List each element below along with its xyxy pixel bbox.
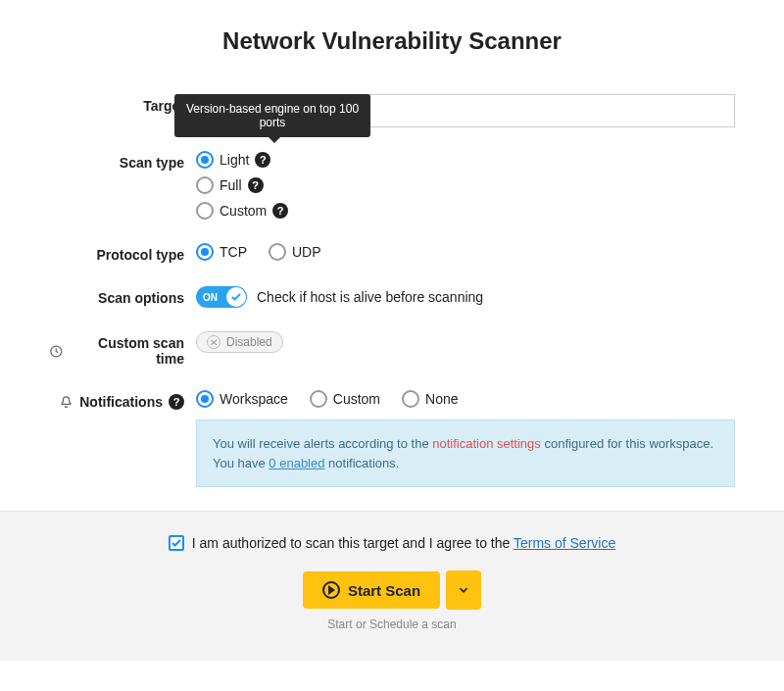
schedule-dropdown-button[interactable] xyxy=(446,570,481,610)
help-icon[interactable]: ? xyxy=(255,152,270,168)
page-title: Network Vulnerability Scanner xyxy=(0,0,784,94)
radio-icon xyxy=(196,151,214,169)
notification-settings-link[interactable]: notification settings xyxy=(432,436,541,451)
bell-icon xyxy=(59,395,74,410)
radio-label: TCP xyxy=(220,244,247,260)
play-icon xyxy=(322,581,340,599)
start-label: Start Scan xyxy=(348,582,420,599)
radio-icon xyxy=(196,176,214,194)
custom-time-disabled-pill: ✕ Disabled xyxy=(196,331,283,353)
clock-icon xyxy=(49,344,64,359)
help-icon[interactable]: ? xyxy=(169,394,184,410)
tos-link[interactable]: Terms of Service xyxy=(514,535,615,551)
radio-label: None xyxy=(425,391,458,407)
info-text: You have xyxy=(213,456,269,470)
alive-toggle[interactable]: ON xyxy=(196,286,247,308)
start-scan-button[interactable]: Start Scan xyxy=(303,571,440,609)
check-icon xyxy=(171,537,182,549)
info-text: You will receive alerts according to the xyxy=(213,436,432,451)
toggle-label: Check if host is alive before scanning xyxy=(257,289,483,305)
radio-label: Workspace xyxy=(220,391,288,407)
help-icon[interactable]: ? xyxy=(272,203,288,219)
scan-type-option-full[interactable]: Full ? xyxy=(196,176,735,194)
pill-text: Disabled xyxy=(226,335,272,349)
consent-text: I am authorized to scan this target and … xyxy=(192,535,514,551)
radio-icon xyxy=(269,243,286,261)
enabled-count-link[interactable]: 0 enabled xyxy=(269,456,324,470)
radio-icon xyxy=(402,390,419,408)
radio-label: Full xyxy=(220,177,242,193)
close-icon: ✕ xyxy=(207,335,220,349)
help-icon[interactable]: ? xyxy=(248,177,264,193)
radio-icon xyxy=(196,202,214,220)
protocol-label: Protocol type xyxy=(97,247,184,263)
notifications-label: Notifications xyxy=(79,394,163,410)
toggle-knob xyxy=(226,287,246,307)
radio-label: UDP xyxy=(292,244,321,260)
radio-label: Custom xyxy=(333,391,380,407)
chevron-down-icon xyxy=(457,583,470,597)
check-icon xyxy=(230,291,242,303)
toggle-state: ON xyxy=(203,292,218,303)
radio-label: Custom xyxy=(220,203,267,219)
notify-option-none[interactable]: None xyxy=(402,390,458,408)
notify-option-workspace[interactable]: Workspace xyxy=(196,390,288,408)
protocol-option-tcp[interactable]: TCP xyxy=(196,243,247,261)
scan-type-option-light[interactable]: Light ? xyxy=(196,151,735,169)
radio-icon xyxy=(310,390,327,408)
notify-option-custom[interactable]: Custom xyxy=(310,390,380,408)
radio-icon xyxy=(196,243,214,261)
footer-hint: Start or Schedule a scan xyxy=(49,617,735,631)
consent-checkbox[interactable] xyxy=(169,535,184,551)
info-text: configured for this workspace. xyxy=(541,436,713,451)
scan-options-label: Scan options xyxy=(98,290,184,306)
notifications-info: You will receive alerts according to the… xyxy=(196,420,735,487)
scan-type-tooltip: Version-based engine on top 100 ports xyxy=(174,94,370,137)
scan-type-option-custom[interactable]: Custom ? xyxy=(196,202,735,220)
radio-icon xyxy=(196,390,214,408)
radio-label: Light xyxy=(220,152,249,168)
custom-time-label: Custom scan time xyxy=(70,335,184,367)
scan-type-label: Scan type xyxy=(120,155,184,171)
protocol-option-udp[interactable]: UDP xyxy=(269,243,321,261)
info-text: notifications. xyxy=(324,456,399,470)
